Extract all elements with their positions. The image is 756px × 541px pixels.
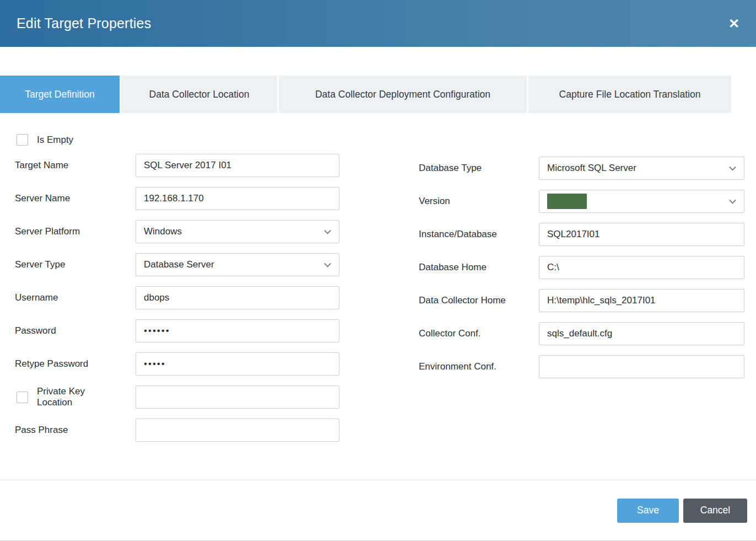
form-column-right: Database Type Microsoft SQL Server Versi…	[419, 157, 744, 480]
data-collector-home-row: Data Collector Home	[419, 289, 744, 312]
database-type-select[interactable]: Microsoft SQL Server	[539, 157, 744, 180]
version-selected-highlight	[547, 194, 587, 209]
collector-conf-row: Collector Conf.	[419, 322, 744, 345]
retype-password-input[interactable]	[136, 352, 339, 376]
database-type-value: Microsoft SQL Server	[547, 163, 636, 174]
version-row: Version	[419, 190, 744, 213]
chevron-down-icon	[324, 227, 331, 234]
pass-phrase-label: Pass Phrase	[15, 425, 136, 436]
private-key-location-label-line1: Private Key	[37, 386, 85, 397]
database-home-label: Database Home	[419, 262, 539, 273]
chevron-down-icon	[729, 164, 736, 171]
environment-conf-label: Environment Conf.	[419, 361, 539, 372]
close-icon[interactable]: ✕	[728, 17, 739, 30]
cancel-button[interactable]: Cancel	[683, 499, 747, 523]
database-home-input[interactable]	[539, 256, 744, 279]
pass-phrase-input[interactable]	[136, 419, 339, 442]
form-area: Is Empty Target Name Server Name Server …	[0, 113, 756, 480]
target-name-label: Target Name	[15, 160, 136, 171]
is-empty-checkbox[interactable]	[17, 134, 28, 146]
instance-database-row: Instance/Database	[419, 223, 744, 246]
database-home-row: Database Home	[419, 256, 744, 279]
private-key-location-checkbox[interactable]	[17, 392, 28, 403]
target-name-row: Target Name	[15, 154, 339, 177]
chevron-down-icon	[729, 197, 736, 204]
instance-database-label: Instance/Database	[419, 229, 539, 240]
private-key-location-label: Private Key Location	[37, 386, 85, 409]
tab-capture-file-location-translation[interactable]: Capture File Location Translation	[528, 76, 731, 113]
server-platform-label: Server Platform	[15, 226, 136, 237]
save-button[interactable]: Save	[617, 499, 679, 523]
server-type-row: Server Type Database Server	[15, 253, 339, 276]
edit-target-properties-dialog: Edit Target Properties ✕ Target Definiti…	[0, 0, 756, 541]
private-key-location-label-group: Private Key Location	[15, 386, 136, 409]
collector-conf-input[interactable]	[539, 322, 744, 345]
environment-conf-row: Environment Conf.	[419, 355, 744, 378]
username-row: Username	[15, 286, 339, 309]
dialog-header: Edit Target Properties ✕	[0, 0, 756, 47]
password-label: Password	[15, 325, 136, 336]
is-empty-row: Is Empty	[15, 134, 339, 146]
collector-conf-label: Collector Conf.	[419, 328, 539, 339]
server-type-value: Database Server	[144, 259, 214, 270]
pass-phrase-row: Pass Phrase	[15, 419, 339, 442]
is-empty-label: Is Empty	[37, 135, 73, 146]
username-label: Username	[15, 292, 136, 303]
server-type-label: Server Type	[15, 259, 136, 270]
server-name-row: Server Name	[15, 187, 339, 210]
tab-target-definition[interactable]: Target Definition	[0, 76, 120, 113]
server-type-select[interactable]: Database Server	[136, 253, 339, 276]
database-type-label: Database Type	[419, 163, 539, 174]
server-name-label: Server Name	[15, 193, 136, 204]
server-platform-row: Server Platform Windows	[15, 220, 339, 243]
dialog-footer: Save Cancel	[0, 480, 756, 540]
dialog-title: Edit Target Properties	[17, 15, 151, 31]
password-row: Password	[15, 319, 339, 342]
password-input[interactable]	[136, 319, 339, 342]
server-platform-value: Windows	[144, 226, 182, 237]
data-collector-home-input[interactable]	[539, 289, 744, 312]
retype-password-label: Retype Password	[15, 358, 136, 369]
version-label: Version	[419, 196, 539, 207]
server-name-input[interactable]	[136, 187, 339, 210]
private-key-location-label-line2: Location	[37, 397, 72, 408]
tab-data-collector-location[interactable]: Data Collector Location	[121, 76, 277, 113]
instance-database-input[interactable]	[539, 223, 744, 246]
target-name-input[interactable]	[136, 154, 339, 177]
private-key-location-input[interactable]	[136, 385, 339, 409]
retype-password-row: Retype Password	[15, 352, 339, 376]
version-select[interactable]	[539, 190, 744, 213]
tab-bar: Target Definition Data Collector Locatio…	[0, 76, 756, 113]
tab-data-collector-deployment-configuration[interactable]: Data Collector Deployment Configuration	[279, 76, 527, 113]
chevron-down-icon	[324, 260, 331, 267]
data-collector-home-label: Data Collector Home	[419, 295, 539, 306]
username-input[interactable]	[136, 286, 339, 309]
private-key-location-row: Private Key Location	[15, 385, 339, 409]
database-type-row: Database Type Microsoft SQL Server	[419, 157, 744, 180]
server-platform-select[interactable]: Windows	[136, 220, 339, 243]
environment-conf-input[interactable]	[539, 355, 744, 378]
form-column-left: Is Empty Target Name Server Name Server …	[15, 134, 339, 480]
